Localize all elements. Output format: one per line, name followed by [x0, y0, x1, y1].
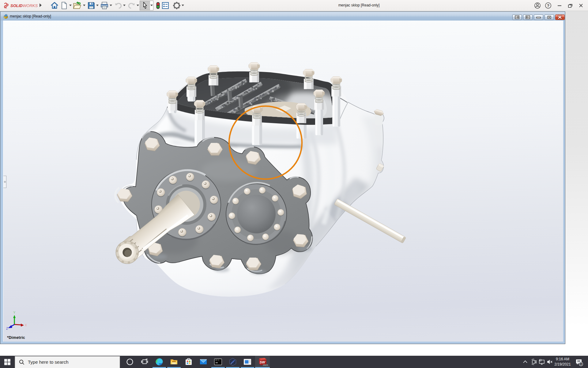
svg-text:X: X — [25, 324, 27, 327]
svg-text:1: 1 — [580, 362, 582, 366]
svg-text:C:\: C:\ — [216, 359, 219, 362]
svg-text:?: ? — [547, 3, 549, 8]
svg-text:Z: Z — [6, 327, 8, 330]
svg-text:Y: Y — [13, 311, 16, 314]
svg-text:SOLID: SOLID — [10, 3, 23, 8]
svg-text:WORKS: WORKS — [23, 3, 38, 8]
